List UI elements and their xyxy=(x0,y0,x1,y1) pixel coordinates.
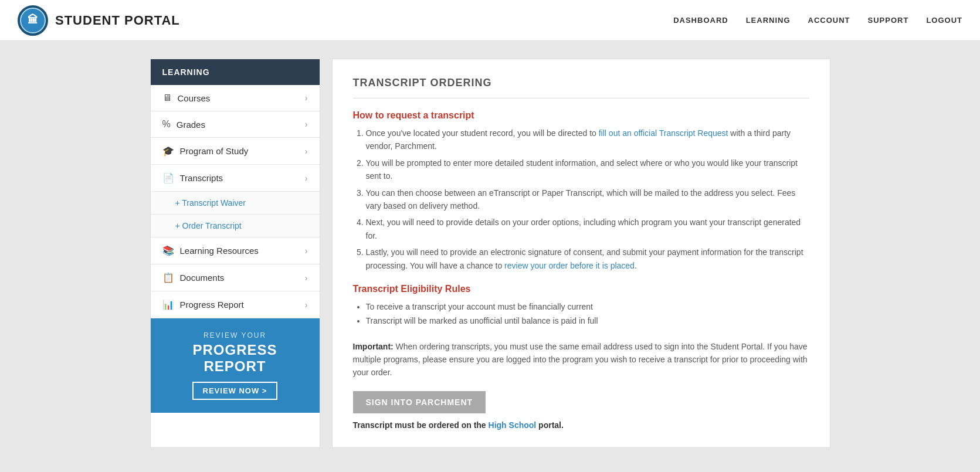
important-paragraph: Important: When ordering transcripts, yo… xyxy=(353,340,809,379)
portal-note-prefix: Transcript must be ordered on the xyxy=(353,420,489,430)
grades-icon: % xyxy=(162,119,171,130)
sidebar-item-courses[interactable]: 🖥 Courses › xyxy=(151,85,320,111)
sidebar-item-transcript-waiver[interactable]: + Transcript Waiver xyxy=(151,192,320,215)
how-to-heading: How to request a transcript xyxy=(353,110,809,121)
sidebar-item-transcripts[interactable]: 📄 Transcripts › xyxy=(151,165,320,192)
important-body: When ordering transcripts, you must use … xyxy=(353,342,808,378)
sidebar-item-documents[interactable]: 📋 Documents › xyxy=(151,264,320,291)
transcripts-icon: 📄 xyxy=(162,172,174,184)
eligibility-rule-1: To receive a transcript your account mus… xyxy=(366,300,809,314)
review-order-link[interactable]: review your order before it is placed xyxy=(504,261,635,270)
important-label: Important: xyxy=(353,342,394,351)
documents-icon: 📋 xyxy=(162,272,174,283)
sidebar: LEARNING 🖥 Courses › % Grades › xyxy=(150,59,320,448)
progress-banner: REVIEW YOUR PROGRESS REPORT REVIEW NOW > xyxy=(151,318,320,413)
progress-banner-subtitle: REVIEW YOUR xyxy=(162,331,308,339)
chevron-icon: › xyxy=(305,174,308,183)
step-1: Once you've located your student record,… xyxy=(366,127,809,153)
eligibility-list: To receive a transcript your account mus… xyxy=(353,300,809,328)
logo-inner: 🏛 xyxy=(20,8,46,33)
sidebar-item-order-transcript[interactable]: + Order Transcript xyxy=(151,215,320,237)
sidebar-menu: 🖥 Courses › % Grades › xyxy=(151,85,320,318)
nav-account[interactable]: ACCOUNT xyxy=(808,16,850,25)
nav-dashboard[interactable]: DASHBOARD xyxy=(673,16,728,25)
logo-area: 🏛 STUDENT PORTAL xyxy=(18,5,180,36)
steps-list: Once you've located your student record,… xyxy=(353,127,809,272)
step-5: Lastly, you will need to provide an elec… xyxy=(366,246,809,272)
high-school-portal-link[interactable]: High School xyxy=(489,420,537,430)
progress-banner-title: PROGRESS REPORT xyxy=(162,342,308,375)
step-3: You can then choose between an eTranscri… xyxy=(366,186,809,213)
nav-support[interactable]: SUPPORT xyxy=(868,16,909,25)
transcript-request-link[interactable]: fill out an official Transcript Request xyxy=(599,128,728,138)
portal-note-suffix: portal. xyxy=(536,420,564,430)
courses-icon: 🖥 xyxy=(162,93,172,103)
logo-icon: 🏛 xyxy=(18,5,48,36)
sidebar-heading: LEARNING xyxy=(151,59,320,85)
sidebar-item-learning-resources[interactable]: 📚 Learning Resources › xyxy=(151,237,320,264)
content-title: TRANSCRIPT ORDERING xyxy=(353,77,809,99)
step-2: You will be prompted to enter more detai… xyxy=(366,157,809,183)
program-icon: 🎓 xyxy=(162,145,174,157)
sidebar-item-grades[interactable]: % Grades › xyxy=(151,111,320,138)
main-container: LEARNING 🖥 Courses › % Grades › xyxy=(138,59,842,448)
nav-learning[interactable]: LEARNING xyxy=(746,16,791,25)
eligibility-rule-2: Transcript will be marked as unofficial … xyxy=(366,314,809,328)
nav-logout[interactable]: LOGOUT xyxy=(926,16,962,25)
eligibility-heading: Transcript Eligibility Rules xyxy=(353,284,809,294)
chevron-icon: › xyxy=(305,273,308,283)
chevron-icon: › xyxy=(305,120,308,129)
chevron-icon: › xyxy=(305,246,308,256)
learning-resources-icon: 📚 xyxy=(162,245,174,256)
review-now-button[interactable]: REVIEW NOW > xyxy=(192,382,278,400)
main-nav: DASHBOARD LEARNING ACCOUNT SUPPORT LOGOU… xyxy=(673,16,962,25)
progress-report-icon: 📊 xyxy=(162,299,174,310)
chevron-icon: › xyxy=(305,93,308,103)
portal-note: Transcript must be ordered on the High S… xyxy=(353,420,809,430)
sidebar-item-progress-report[interactable]: 📊 Progress Report › xyxy=(151,291,320,318)
chevron-icon: › xyxy=(305,147,308,156)
site-title: STUDENT PORTAL xyxy=(55,13,180,28)
chevron-icon: › xyxy=(305,300,308,310)
header: 🏛 STUDENT PORTAL DASHBOARD LEARNING ACCO… xyxy=(0,0,980,41)
sidebar-item-program-of-study[interactable]: 🎓 Program of Study › xyxy=(151,138,320,165)
main-content: TRANSCRIPT ORDERING How to request a tra… xyxy=(332,59,830,448)
sign-into-parchment-button[interactable]: SIGN INTO PARCHMENT xyxy=(353,391,486,413)
step-4: Next, you will need to provide details o… xyxy=(366,216,809,242)
